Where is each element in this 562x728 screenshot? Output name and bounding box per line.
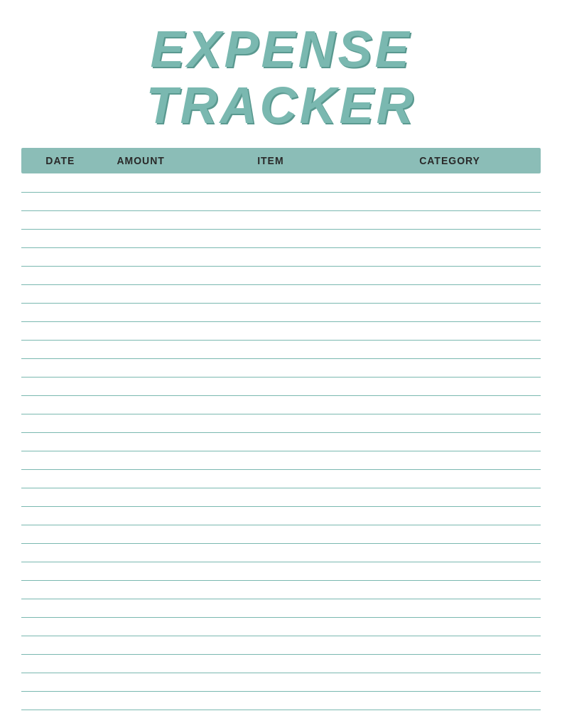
table-cell[interactable] bbox=[21, 469, 99, 488]
table-row[interactable] bbox=[21, 451, 541, 469]
table-cell[interactable] bbox=[21, 488, 99, 506]
table-cell[interactable] bbox=[21, 654, 99, 673]
table-cell[interactable] bbox=[359, 210, 541, 229]
table-cell[interactable] bbox=[183, 377, 360, 395]
table-cell[interactable] bbox=[183, 173, 360, 192]
table-cell[interactable] bbox=[21, 580, 99, 599]
table-cell[interactable] bbox=[21, 247, 99, 266]
table-cell[interactable] bbox=[21, 266, 99, 284]
table-row[interactable] bbox=[21, 266, 541, 284]
table-cell[interactable] bbox=[359, 710, 541, 728]
table-row[interactable] bbox=[21, 543, 541, 562]
table-cell[interactable] bbox=[21, 340, 99, 358]
table-cell[interactable] bbox=[183, 229, 360, 247]
table-row[interactable] bbox=[21, 525, 541, 543]
table-cell[interactable] bbox=[99, 229, 183, 247]
table-cell[interactable] bbox=[21, 691, 99, 710]
table-row[interactable] bbox=[21, 636, 541, 654]
table-row[interactable] bbox=[21, 192, 541, 210]
table-row[interactable] bbox=[21, 395, 541, 414]
table-cell[interactable] bbox=[99, 617, 183, 636]
table-cell[interactable] bbox=[99, 599, 183, 617]
table-cell[interactable] bbox=[99, 303, 183, 321]
table-cell[interactable] bbox=[21, 525, 99, 543]
table-cell[interactable] bbox=[183, 210, 360, 229]
table-row[interactable] bbox=[21, 599, 541, 617]
table-cell[interactable] bbox=[183, 710, 360, 728]
table-cell[interactable] bbox=[359, 673, 541, 691]
table-cell[interactable] bbox=[99, 266, 183, 284]
table-row[interactable] bbox=[21, 506, 541, 525]
table-row[interactable] bbox=[21, 710, 541, 728]
table-row[interactable] bbox=[21, 377, 541, 395]
table-cell[interactable] bbox=[183, 266, 360, 284]
table-cell[interactable] bbox=[21, 173, 99, 192]
table-cell[interactable] bbox=[183, 617, 360, 636]
table-cell[interactable] bbox=[21, 192, 99, 210]
table-cell[interactable] bbox=[183, 469, 360, 488]
table-cell[interactable] bbox=[359, 636, 541, 654]
table-cell[interactable] bbox=[183, 562, 360, 580]
table-cell[interactable] bbox=[183, 525, 360, 543]
table-cell[interactable] bbox=[21, 229, 99, 247]
table-cell[interactable] bbox=[99, 432, 183, 451]
table-cell[interactable] bbox=[99, 562, 183, 580]
table-cell[interactable] bbox=[359, 599, 541, 617]
table-cell[interactable] bbox=[99, 377, 183, 395]
table-cell[interactable] bbox=[21, 562, 99, 580]
table-row[interactable] bbox=[21, 229, 541, 247]
table-row[interactable] bbox=[21, 469, 541, 488]
table-cell[interactable] bbox=[359, 488, 541, 506]
table-cell[interactable] bbox=[21, 617, 99, 636]
table-cell[interactable] bbox=[359, 173, 541, 192]
table-cell[interactable] bbox=[99, 469, 183, 488]
table-cell[interactable] bbox=[359, 691, 541, 710]
table-cell[interactable] bbox=[359, 266, 541, 284]
table-cell[interactable] bbox=[359, 358, 541, 377]
table-cell[interactable] bbox=[359, 617, 541, 636]
table-cell[interactable] bbox=[359, 303, 541, 321]
table-cell[interactable] bbox=[99, 673, 183, 691]
table-cell[interactable] bbox=[21, 358, 99, 377]
table-cell[interactable] bbox=[99, 710, 183, 728]
table-cell[interactable] bbox=[183, 414, 360, 432]
table-cell[interactable] bbox=[183, 358, 360, 377]
table-cell[interactable] bbox=[21, 599, 99, 617]
table-cell[interactable] bbox=[183, 340, 360, 358]
table-row[interactable] bbox=[21, 654, 541, 673]
table-cell[interactable] bbox=[21, 673, 99, 691]
table-cell[interactable] bbox=[183, 451, 360, 469]
table-cell[interactable] bbox=[99, 173, 183, 192]
table-cell[interactable] bbox=[21, 636, 99, 654]
table-cell[interactable] bbox=[21, 284, 99, 303]
table-cell[interactable] bbox=[21, 543, 99, 562]
table-row[interactable] bbox=[21, 562, 541, 580]
table-cell[interactable] bbox=[359, 284, 541, 303]
table-cell[interactable] bbox=[99, 580, 183, 599]
table-cell[interactable] bbox=[99, 451, 183, 469]
table-cell[interactable] bbox=[99, 488, 183, 506]
table-cell[interactable] bbox=[21, 395, 99, 414]
table-cell[interactable] bbox=[359, 377, 541, 395]
table-row[interactable] bbox=[21, 210, 541, 229]
table-row[interactable] bbox=[21, 303, 541, 321]
table-cell[interactable] bbox=[359, 395, 541, 414]
table-cell[interactable] bbox=[99, 284, 183, 303]
table-cell[interactable] bbox=[21, 506, 99, 525]
table-row[interactable] bbox=[21, 580, 541, 599]
table-row[interactable] bbox=[21, 617, 541, 636]
table-row[interactable] bbox=[21, 414, 541, 432]
table-cell[interactable] bbox=[359, 192, 541, 210]
table-cell[interactable] bbox=[21, 451, 99, 469]
table-cell[interactable] bbox=[359, 414, 541, 432]
table-cell[interactable] bbox=[183, 303, 360, 321]
table-cell[interactable] bbox=[359, 321, 541, 340]
table-cell[interactable] bbox=[99, 691, 183, 710]
table-cell[interactable] bbox=[183, 432, 360, 451]
table-cell[interactable] bbox=[21, 377, 99, 395]
table-cell[interactable] bbox=[99, 506, 183, 525]
table-cell[interactable] bbox=[21, 414, 99, 432]
table-cell[interactable] bbox=[21, 432, 99, 451]
table-cell[interactable] bbox=[183, 192, 360, 210]
table-cell[interactable] bbox=[359, 543, 541, 562]
